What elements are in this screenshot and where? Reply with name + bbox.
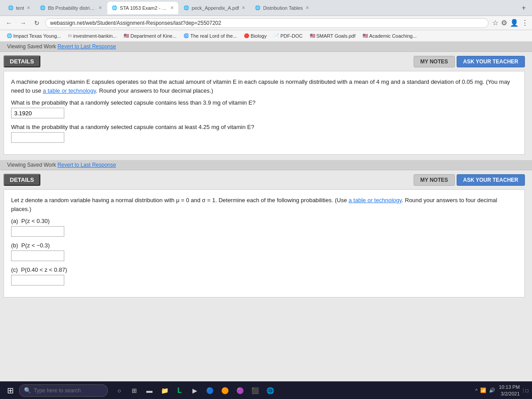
tab-favicon: 🌐 (184, 5, 189, 10)
ask-teacher-button-q2[interactable]: ASK YOUR TEACHER (457, 56, 525, 67)
question-3-header: DETAILS MY NOTES ASK YOUR TEACHER (4, 174, 525, 186)
question-2-details-button[interactable]: DETAILS (4, 55, 40, 67)
sub-question-3-b: (b) P(z < −0.3) (11, 242, 517, 261)
taskbar-letter-l-icon[interactable]: L (173, 384, 186, 397)
taskbar-media-icon[interactable]: ▶ (188, 384, 201, 397)
taskbar-file-icon[interactable]: 📁 (158, 384, 171, 397)
bookmark-label: PDF-DOC (280, 33, 302, 39)
start-button[interactable]: ⊞ (4, 384, 17, 397)
bookmark-item[interactable]: 🇺🇸 SMART Goals.pdf (307, 32, 359, 39)
extension-icon[interactable]: ⚙ (501, 19, 507, 27)
sub-question-2-1-label: What is the probability that a randomly … (11, 99, 517, 106)
menu-icon[interactable]: ⋮ (521, 19, 528, 27)
tab-label: tent (16, 5, 24, 11)
bookmark-item[interactable]: 📄 PDF-DOC (270, 32, 305, 39)
browser-tab-tab-tent[interactable]: 🌐 tent ✕ (4, 2, 35, 14)
revert-link-q2[interactable]: Revert to Last Response (58, 43, 116, 50)
question-2-container: DETAILS MY NOTES ASK YOUR TEACHER A mach… (0, 52, 532, 160)
system-tray: ^ 📶 🔊 (475, 387, 495, 393)
tray-sound-icon[interactable]: 🔊 (489, 387, 495, 393)
taskbar-app-icons: ○ ⊞ ▬ 📁 L ▶ 🔵 🟠 🟣 ⬛ 🌐 (113, 384, 276, 397)
bookmark-item[interactable]: 🇺🇸 Department of Kine... (121, 32, 180, 39)
reload-button[interactable]: ↻ (32, 19, 42, 27)
browser-tab-tab-sta[interactable]: 🌐 STA 1053 Exam2 - STA 1053.00 ✕ (107, 2, 178, 14)
system-clock[interactable]: 10:13 PM 3/2/2021 (499, 384, 520, 397)
sub-question-3-a-label: (a) P(z < 0.30) (11, 218, 517, 224)
clock-time: 10:13 PM (499, 384, 520, 390)
ask-teacher-button-q3[interactable]: ASK YOUR TEACHER (457, 174, 525, 186)
table-or-technology-link-q2[interactable]: a table or technology (43, 87, 96, 94)
tab-close-icon[interactable]: ✕ (305, 5, 309, 10)
new-tab-button[interactable]: + (519, 4, 528, 12)
tab-close-icon[interactable]: ✕ (27, 5, 30, 10)
tray-network-icon[interactable]: 📶 (480, 387, 486, 393)
question-2-text: A machine producing vitamin E capsules o… (11, 78, 517, 95)
sub-question-3-a-input[interactable] (11, 226, 64, 237)
bookmark-favicon: 🇺🇸 (363, 33, 368, 38)
main-content: Viewing Saved Work Revert to Last Respon… (0, 42, 532, 381)
tab-close-icon[interactable]: ✕ (170, 5, 174, 10)
sub-question-2-2-input[interactable] (11, 132, 64, 143)
taskbar-search-box[interactable]: 🔍 (19, 384, 108, 397)
browser-tab-tab-bb[interactable]: 🌐 Bb Probability distributions ✕ (35, 2, 106, 14)
sub-question-2-2-label: What is the probability that a randomly … (11, 124, 517, 130)
my-notes-button-q3[interactable]: MY NOTES (414, 174, 454, 186)
bookmark-label: investment-bankin... (73, 33, 117, 39)
taskbar-app4-icon[interactable]: 🟣 (234, 384, 246, 397)
taskbar-grid-icon[interactable]: ⊞ (128, 384, 141, 397)
viewing-saved-work-label-q3: Viewing Saved Work (7, 162, 56, 168)
table-or-technology-link-q3[interactable]: a table or technology (348, 197, 402, 203)
bookmark-item[interactable]: 🌀 The real Lord of the... (180, 32, 240, 39)
viewing-saved-work-bar-q2: Viewing Saved Work Revert to Last Respon… (0, 42, 532, 52)
viewing-saved-work-bar-q3: Viewing Saved Work Revert to Last Respon… (0, 160, 532, 170)
bookmark-favicon: 🌐 (7, 33, 12, 38)
sub-question-3-c-input[interactable] (11, 275, 64, 286)
taskbar-app6-icon[interactable]: 🌐 (264, 384, 276, 397)
sub-question-3-b-input[interactable] (11, 250, 64, 261)
back-button[interactable]: ← (4, 19, 14, 27)
tray-up-arrow[interactable]: ^ (475, 388, 477, 393)
bookmark-star-icon[interactable]: ☆ (492, 19, 498, 27)
bookmark-favicon: 📄 (274, 33, 279, 38)
bookmark-label: SMART Goals.pdf (317, 33, 356, 39)
tab-close-icon[interactable]: ✕ (98, 5, 102, 10)
tab-favicon: 🌐 (255, 5, 260, 10)
address-input[interactable] (45, 18, 489, 28)
address-bar: ← → ↻ ☆ ⚙ 👤 ⋮ (0, 16, 532, 30)
account-icon[interactable]: 👤 (510, 19, 519, 27)
question-3-body: Let z denote a random variable having a … (4, 189, 525, 297)
taskbar-circle-icon[interactable]: ○ (113, 384, 125, 397)
question-2-header: DETAILS MY NOTES ASK YOUR TEACHER (4, 55, 525, 67)
bookmark-label: Biology (250, 33, 266, 39)
bookmark-item[interactable]: 🌐 Impact Texas Young... (4, 32, 64, 39)
my-notes-button-q2[interactable]: MY NOTES (414, 56, 454, 67)
bookmark-favicon: 🇺🇸 (310, 33, 315, 38)
tab-label: Bb Probability distributions (48, 5, 96, 11)
taskbar-app3-icon[interactable]: 🟠 (219, 384, 231, 397)
browser-action-icons: ☆ ⚙ 👤 ⋮ (492, 19, 528, 27)
bookmark-item[interactable]: 🔴 Biology (241, 32, 270, 39)
show-desktop-button[interactable]: □ (523, 388, 528, 393)
taskbar-app2-icon[interactable]: 🔵 (203, 384, 216, 397)
revert-link-q3[interactable]: Revert to Last Response (58, 162, 116, 168)
taskbar-right: ^ 📶 🔊 10:13 PM 3/2/2021 □ (475, 384, 528, 397)
tab-favicon: 🌐 (112, 5, 117, 10)
taskbar-app5-icon[interactable]: ⬛ (249, 384, 261, 397)
question-2-body: A machine producing vitamin E capsules o… (4, 71, 525, 155)
bookmark-favicon: m (68, 33, 71, 38)
taskbar: ⊞ 🔍 ○ ⊞ ▬ 📁 L ▶ 🔵 🟠 🟣 ⬛ 🌐 ^ 📶 🔊 10:13 PM… (0, 381, 532, 399)
clock-date: 3/2/2021 (499, 391, 520, 397)
sub-question-2-1-input[interactable] (11, 108, 64, 118)
tab-close-icon[interactable]: ✕ (242, 5, 245, 10)
bookmark-item[interactable]: m investment-bankin... (65, 32, 120, 39)
bookmark-item[interactable]: 🇺🇸 Academic Coaching... (360, 32, 420, 39)
question-3-details-button[interactable]: DETAILS (4, 174, 40, 186)
sub-question-2-1: What is the probability that a randomly … (11, 99, 517, 118)
browser-tab-tab-peck[interactable]: 🌐 peck_Appendix_A.pdf ✕ (179, 2, 250, 14)
browser-tab-tab-dist[interactable]: 🌐 Distribution Tables ✕ (250, 2, 313, 14)
taskbar-search-input[interactable] (34, 387, 100, 394)
tab-favicon: 🌐 (40, 5, 45, 10)
forward-button[interactable]: → (18, 19, 28, 27)
taskbar-film-icon[interactable]: ▬ (143, 384, 156, 397)
bookmark-label: Impact Texas Young... (13, 33, 61, 39)
